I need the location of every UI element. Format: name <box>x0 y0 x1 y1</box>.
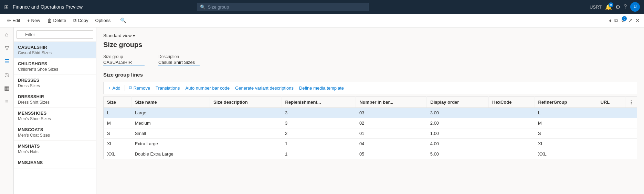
list-item[interactable]: DRESSES Dress Sizes <box>14 75 96 91</box>
filter-icon[interactable]: ▽ <box>3 43 10 53</box>
list-item[interactable]: MNSHATS Men's Hats <box>14 141 96 157</box>
translations-button[interactable]: Translations <box>154 84 182 92</box>
cell-url <box>597 139 625 149</box>
table-row[interactable]: S Small 2 01 1.00 S <box>104 128 637 139</box>
cell-desc <box>210 118 282 128</box>
settings-icon[interactable]: ⚙ <box>615 4 620 10</box>
cell-number-in-bar: 04 <box>356 139 427 149</box>
cell-hexcode <box>489 149 535 159</box>
remove-button[interactable]: ⧉ Remove <box>127 84 152 92</box>
add-button[interactable]: + Add <box>106 84 123 92</box>
edit-button[interactable]: ✏ Edit <box>4 16 23 25</box>
item-code: MENSSHOES <box>18 111 92 116</box>
cell-url <box>597 149 625 159</box>
cell-more <box>625 149 637 159</box>
cell-size: L <box>104 108 131 118</box>
size-group-value[interactable]: CASUALSHIR <box>103 60 145 66</box>
user-label: USRT <box>590 4 602 10</box>
copy-button[interactable]: ⧉ Copy <box>70 16 91 25</box>
item-desc: Men's Coat Sizes <box>18 133 92 138</box>
detail-fields: Size group CASUALSHIR Description Casual… <box>103 54 637 66</box>
item-code: DRESSSHIR <box>18 94 92 99</box>
table-toolbar: + Add ⧉ Remove Translations Auto number … <box>103 82 637 94</box>
sidebar-list: 🔍 CASUALSHIR Casual Shirt Sizes CHILDSHO… <box>14 27 96 194</box>
cell-display-order: 4.00 <box>427 139 489 149</box>
clock-icon[interactable]: ◷ <box>3 70 11 79</box>
cell-url <box>597 108 625 118</box>
cell-replenishment: 2 <box>282 128 356 139</box>
list-item[interactable]: MENSSHOES Men's Shoe Sizes <box>14 108 96 124</box>
description-field: Description Casual Shirt Sizes <box>158 54 200 66</box>
cell-size: M <box>104 118 131 128</box>
cell-replenishment: 1 <box>282 139 356 149</box>
item-desc: Dress Shirt Sizes <box>18 100 92 105</box>
table-body: L Large 3 03 3.00 L M Medium 3 02 2.00 M… <box>104 108 637 159</box>
help-icon[interactable]: ? <box>624 4 627 10</box>
description-label: Description <box>158 54 200 59</box>
new-button[interactable]: + New <box>24 16 43 25</box>
view-label: Standard view <box>103 33 131 38</box>
table-icon[interactable]: ▦ <box>3 83 11 93</box>
actionbar-search-icon[interactable]: 🔍 <box>116 14 130 27</box>
cell-name: Small <box>131 128 210 139</box>
add-icon: + <box>108 85 111 91</box>
popout-icon[interactable]: ⤢ <box>628 18 633 24</box>
size-group-lines-table: Size Size name Size description Replenis… <box>103 96 637 159</box>
nav-right-area: USRT 🔔 0 ⚙ ? U <box>590 2 640 12</box>
cell-size: XL <box>104 139 131 149</box>
refresh-icon[interactable]: ↻ 0 <box>621 18 625 24</box>
item-code: MNSJEANS <box>18 160 92 165</box>
col-number-in-bar: Number in bar... <box>356 97 427 108</box>
cell-url <box>597 118 625 128</box>
delete-icon: 🗑 <box>47 18 52 23</box>
table-row[interactable]: L Large 3 03 3.00 L <box>104 108 637 118</box>
global-search-bar[interactable]: 🔍 <box>197 3 369 11</box>
list-item[interactable]: DRESSSHIR Dress Shirt Sizes <box>14 91 96 108</box>
close-icon[interactable]: ✕ <box>635 18 640 24</box>
grid-icon[interactable]: ⊞ <box>4 4 9 10</box>
cell-desc <box>210 128 282 139</box>
view-selector[interactable]: Standard view ▾ <box>103 33 637 38</box>
description-value[interactable]: Casual Shirt Sizes <box>158 60 200 66</box>
list-icon[interactable]: ☰ <box>3 57 11 66</box>
table-row[interactable]: XXL Double Extra Large 1 05 5.00 XXL <box>104 149 637 159</box>
delete-button[interactable]: 🗑 Delete <box>44 16 69 25</box>
define-media-button[interactable]: Define media template <box>297 84 346 92</box>
cell-more <box>625 108 637 118</box>
col-more[interactable]: ⋮ <box>625 97 637 108</box>
open-new-tab-icon[interactable]: ⧉ <box>614 18 618 24</box>
search-input[interactable] <box>208 4 366 10</box>
item-code: MNSHATS <box>18 144 92 149</box>
avatar[interactable]: U <box>630 2 640 12</box>
cell-number-in-bar: 05 <box>356 149 427 159</box>
table-row[interactable]: M Medium 3 02 2.00 M <box>104 118 637 128</box>
options-button[interactable]: Options <box>93 16 114 24</box>
col-size: Size <box>104 97 131 108</box>
list-item[interactable]: MNSCOATS Men's Coat Sizes <box>14 124 96 141</box>
cell-replenishment: 1 <box>282 149 356 159</box>
cell-refiner-group: S <box>535 128 597 139</box>
cell-more <box>625 128 637 139</box>
main-layout: ⌂ ▽ ☰ ◷ ▦ ≡ 🔍 CASUALSHIR Casual Shirt Si… <box>0 27 644 194</box>
cell-more <box>625 118 637 128</box>
sidebar-with-icons: ⌂ ▽ ☰ ◷ ▦ ≡ 🔍 CASUALSHIR Casual Shirt Si… <box>0 27 96 194</box>
list-item[interactable]: CASUALSHIR Casual Shirt Sizes <box>14 42 96 58</box>
generate-variants-button[interactable]: Generate variant descriptions <box>233 84 296 92</box>
col-refiner-group: RefinerGroup <box>535 97 597 108</box>
cell-size: S <box>104 128 131 139</box>
home-icon[interactable]: ⌂ <box>4 30 10 39</box>
table-row[interactable]: XL Extra Large 1 04 4.00 XL <box>104 139 637 149</box>
filter-input[interactable] <box>17 30 93 39</box>
refresh-badge: 0 <box>622 16 627 21</box>
list-item[interactable]: CHILDSHOES Children's Shoe Sizes <box>14 58 96 75</box>
cell-desc <box>210 139 282 149</box>
page-title: Size groups <box>103 41 637 49</box>
item-desc: Men's Hats <box>18 149 92 154</box>
list-item[interactable]: MNSJEANS <box>14 157 96 169</box>
item-code: DRESSES <box>18 78 92 83</box>
notifications-icon[interactable]: 🔔 0 <box>605 4 612 10</box>
favorite-icon[interactable]: ♦ <box>609 18 612 23</box>
checklist-icon[interactable]: ≡ <box>4 97 10 106</box>
auto-number-button[interactable]: Auto number bar code <box>183 84 232 92</box>
cell-display-order: 5.00 <box>427 149 489 159</box>
